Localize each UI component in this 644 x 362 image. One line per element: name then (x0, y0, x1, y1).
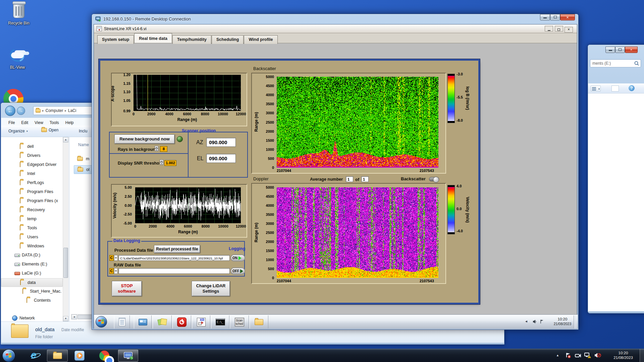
back-button[interactable]: ← (5, 106, 15, 116)
tab-wind-profile[interactable]: Wind profile (244, 35, 277, 44)
taskbar-scan-scheduler-button[interactable]: Scan sched (230, 315, 249, 328)
action-center-flag-icon[interactable] (566, 353, 571, 358)
tab-real-time-data[interactable]: Real time data (134, 33, 172, 43)
host-clock[interactable]: 10:20 21/08/2023 (608, 351, 639, 360)
tree-item-drivers[interactable]: Drivers (1, 152, 63, 160)
column-header-name[interactable]: Name (78, 142, 89, 147)
network-warning-icon[interactable] (584, 353, 591, 358)
organize-button[interactable]: Organize ▾ (8, 129, 28, 133)
taskbar-internet-explorer[interactable]: e (29, 350, 42, 361)
forward-button[interactable]: → (17, 107, 25, 115)
raw-path-field[interactable] (118, 268, 230, 274)
processed-browse-button[interactable] (114, 255, 118, 261)
tree-item-start-here-mac[interactable]: Start_Here_Mac. (1, 287, 63, 296)
taskbar-remote-desktop-active[interactable] (118, 350, 138, 362)
rays-spinner[interactable]: ▲▼ (155, 146, 158, 152)
taskbar-labview-xr-button[interactable]: XR (192, 315, 210, 328)
spin-up-icon[interactable]: ▲ (155, 146, 158, 148)
taskbar-windows-explorer[interactable] (47, 350, 68, 362)
snr-spinner[interactable]: ▲▼ (160, 160, 163, 165)
scroll-down-button[interactable]: ▼ (63, 316, 68, 321)
average-total-field[interactable]: 1 (361, 176, 369, 182)
tree-item-recovery[interactable]: Recovery (1, 206, 63, 215)
el-value-field[interactable]: 090.000 (206, 154, 236, 163)
breadcrumb-computer[interactable]: Computer (46, 108, 63, 113)
tree-item-intel[interactable]: Intel (1, 170, 63, 178)
tree-scrollbar[interactable]: ▲ ▼ (63, 137, 68, 321)
volume-muted-icon[interactable] (594, 353, 601, 358)
menu-edit[interactable]: Edit (21, 120, 28, 125)
remote-clock[interactable]: 10:20 21/08/2023 (551, 317, 574, 326)
az-value-field[interactable]: 090.000 (206, 138, 236, 147)
tab-temp-humidity[interactable]: Temp/humidity (172, 35, 211, 44)
snr-value-field[interactable]: 1.002 (164, 160, 176, 166)
renew-background-button[interactable]: Renew background now (114, 134, 175, 144)
stop-software-button[interactable]: STOP software (112, 281, 142, 296)
preview-pane-button[interactable] (611, 85, 619, 92)
open-button[interactable]: Open (41, 128, 58, 132)
taskbar-display-settings-button[interactable] (134, 315, 152, 328)
tree-item-data[interactable]: data (1, 278, 63, 287)
tree-item-windows[interactable]: Windows (1, 242, 63, 251)
restore-button[interactable] (550, 14, 560, 20)
scroll-thumb[interactable] (63, 248, 68, 278)
menu-view[interactable]: View (35, 120, 43, 125)
processed-logging-toggle-on[interactable]: ON (230, 254, 245, 261)
menu-help[interactable]: Help (65, 120, 74, 125)
taskbar-stop-power-button[interactable] (172, 315, 191, 328)
tree-item-tools[interactable]: Tools (1, 224, 63, 233)
tab-system-setup[interactable]: System setup (97, 35, 134, 44)
restart-processed-file-button[interactable]: Restart processed file (154, 245, 200, 253)
tree-item-perflogs[interactable]: PerfLogs (1, 179, 63, 187)
minimize-button[interactable] (545, 26, 553, 32)
restore-button[interactable] (555, 26, 563, 32)
tree-item-program-files-x[interactable]: Program Files (x (1, 197, 63, 205)
scroll-left-button[interactable]: ◄ (71, 314, 77, 319)
spin-up-icon[interactable]: ▲ (160, 160, 163, 162)
taskbar-chrome[interactable] (99, 351, 109, 361)
processed-drive-button[interactable]: C (109, 255, 114, 261)
raw-drive-button[interactable]: C (109, 268, 114, 274)
spin-down-icon[interactable]: ▼ (155, 148, 158, 151)
rays-value-field[interactable]: 8 (160, 146, 167, 152)
power-plug-icon[interactable] (575, 353, 582, 358)
menu-file[interactable]: File (8, 120, 15, 125)
close-button[interactable]: × (565, 27, 573, 33)
view-mode-button[interactable]: ▾ (591, 85, 601, 92)
rdp-title-bar[interactable]: 192.168.0.150 - Remote Desktop Connectio… (92, 14, 578, 24)
tree-item-dell[interactable]: dell (1, 142, 63, 151)
taskbar-sticky-notes-button[interactable] (153, 315, 172, 328)
tree-item-temp[interactable]: temp (1, 215, 63, 224)
raw-logging-toggle-off[interactable]: OFF (230, 267, 245, 275)
remote-show-desktop-button[interactable] (574, 315, 577, 328)
raw-browse-button[interactable] (114, 268, 118, 274)
menu-tools[interactable]: Tools (50, 120, 59, 125)
close-button[interactable]: × (560, 14, 575, 20)
change-lidar-settings-button[interactable]: Change LiDAR Settings (192, 281, 230, 296)
tree-item-program-files[interactable]: Program Files (1, 188, 63, 196)
desktop-icon-bl-view[interactable]: BL-View (5, 49, 30, 62)
desktop-icon-recycle-bin[interactable]: Recycle Bin (6, 3, 32, 18)
help-button[interactable]: ? (629, 85, 635, 91)
breadcrumb[interactable]: ▸ Computer ▸ LaCi (33, 106, 93, 115)
backscatter-toggle[interactable] (429, 177, 439, 181)
remote-start-button[interactable] (96, 316, 107, 327)
show-desktop-button[interactable] (640, 349, 644, 362)
maximize-button[interactable] (615, 47, 625, 53)
show-hidden-icons-button[interactable]: ▲ (556, 354, 559, 357)
taskbar-command-prompt-button[interactable]: C:\_ (211, 315, 229, 328)
tab-scheduling[interactable]: Scheduling (212, 35, 244, 44)
processed-path-field[interactable]: C:\Lidar\Data\Proc\2023\202308\20230821\… (118, 255, 230, 261)
tree-item-data-d[interactable]: DATA (D:) (1, 251, 63, 260)
tree-item-lacie-g[interactable]: LaCie (G:) (1, 269, 63, 278)
scroll-up-button[interactable]: ▲ (63, 137, 68, 142)
taskbar-notepad-button[interactable] (114, 315, 130, 328)
tree-item-users[interactable]: Users (1, 233, 63, 242)
start-button[interactable] (2, 349, 15, 362)
tree-item-contents[interactable]: Contents (1, 296, 63, 305)
tree-item-elements-e[interactable]: Elements (E:) (1, 260, 63, 269)
taskbar-folder-button[interactable] (250, 315, 268, 328)
tree-item-edgeport-driver[interactable]: Edgeport Driver (1, 161, 63, 169)
tray-flag-icon[interactable] (540, 319, 544, 323)
search-input[interactable]: ments (E:) (590, 59, 641, 67)
